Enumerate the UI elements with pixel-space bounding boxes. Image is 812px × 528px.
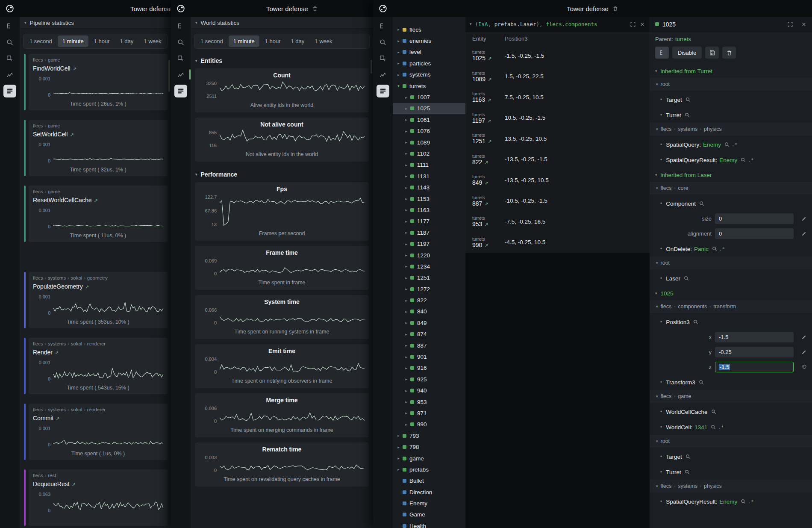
tree-item-enemies[interactable]: ▸enemies [393,35,465,46]
expand-chevron-icon[interactable]: ▸ [403,106,409,111]
system-name-link[interactable]: SetWorldCell↗ [33,131,163,139]
undo-icon[interactable] [801,364,807,370]
tree-item-1163[interactable]: ▸1163 [393,204,465,215]
component-item-SpatialQuery[interactable]: •SpatialQuery:Enemy.* [650,137,812,152]
expand-chevron-icon[interactable]: ▸ [403,208,409,212]
field-input-alignment[interactable]: 0 [715,228,794,239]
entity-id-link[interactable]: 1089↗ [472,76,505,83]
hierarchy-icon[interactable] [377,20,389,32]
component-group-header[interactable]: ▾root [650,78,812,91]
tree-item-level[interactable]: ▸level [393,47,465,58]
search-icon[interactable] [699,380,704,385]
entity-id-link[interactable]: 887↗ [472,200,505,207]
time-range-1-second[interactable]: 1 second [196,35,228,47]
expand-chevron-icon[interactable]: ▸ [395,445,402,449]
tree-item-1111[interactable]: ▸1111 [393,159,465,171]
expand-chevron-icon[interactable]: ▸ [395,467,402,472]
system-name-link[interactable]: Render↗ [33,349,163,357]
hierarchy-icon[interactable] [174,20,187,32]
entity-id-link[interactable]: 953↗ [472,221,505,227]
edit-icon[interactable] [801,216,807,221]
tree-item-990[interactable]: ▸990 [393,419,465,430]
query-result-row[interactable]: turrets1197↗10.5, -0.25, -1.5 [465,108,650,129]
chart-icon[interactable] [377,68,389,81]
query-expression[interactable]: (IsA, prefabs.Laser), flecs.components [475,21,627,27]
expand-chevron-icon[interactable]: ▸ [403,355,409,359]
time-range-1-second[interactable]: 1 second [25,35,57,47]
component-group-header[interactable]: ▾flecs›core [650,182,812,195]
search-icon[interactable] [693,319,698,324]
time-range-1-hour[interactable]: 1 hour [89,35,115,47]
section-header-entities[interactable]: ▾Entities [191,53,373,68]
search-icon[interactable] [741,499,746,504]
tree-item-793[interactable]: ▸793 [393,430,465,441]
search-icon[interactable] [712,246,717,251]
search-icon[interactable] [685,454,691,459]
section-header-performance[interactable]: ▾Performance [191,167,373,182]
component-item-Turret[interactable]: •Turret [650,464,812,480]
expand-chevron-icon[interactable]: ▸ [395,434,402,438]
chart-icon[interactable] [174,68,187,81]
disable-button[interactable]: Disable [672,47,702,59]
tree-item-1187[interactable]: ▸1187 [393,227,465,238]
expand-chevron-icon[interactable]: ▸ [403,242,409,246]
time-range-1-day[interactable]: 1 day [115,35,138,47]
entity-id-link[interactable]: 990↗ [472,242,505,248]
search-icon[interactable] [699,201,704,206]
component-item-SpatialQueryResult[interactable]: •SpatialQueryResult:Enemy.* [650,152,812,168]
expand-chevron-icon[interactable]: ▸ [403,186,409,190]
query-result-row[interactable]: turrets1163↗7.5, -0.25, 10.5 [465,87,650,108]
component-group-header[interactable]: ▾flecs›components›transform [650,300,812,313]
system-name-link[interactable]: PopulateGeometry↗ [33,283,163,291]
expand-chevron-icon[interactable]: ▸ [395,61,402,65]
tree-item-game[interactable]: ▸game [393,453,465,464]
expand-chevron-icon[interactable]: ▸ [403,411,409,415]
tree-item-prefabs[interactable]: ▸prefabs [393,464,465,475]
expand-chevron-icon[interactable]: ▸ [403,310,409,314]
search-icon[interactable] [684,276,689,281]
component-item-SpatialQueryResult[interactable]: •SpatialQueryResult:Enemy.* [650,494,812,509]
trash-icon[interactable] [312,6,318,12]
tree-item-1251[interactable]: ▸1251 [393,272,465,283]
tree-item-Direction[interactable]: Direction [393,487,465,498]
tree-item-1220[interactable]: ▸1220 [393,250,465,261]
field-input-y[interactable]: -0.25 [715,347,794,357]
expand-chevron-icon[interactable]: ▸ [403,343,409,348]
component-group-header[interactable]: ▾flecs›game [650,390,812,403]
tree-item-840[interactable]: ▸840 [393,306,465,317]
component-item-OnDelete[interactable]: •OnDelete:Panic.* [650,241,812,257]
scrollbar-thumb[interactable] [371,60,372,74]
component-view-button[interactable] [655,47,669,59]
tree-item-940[interactable]: ▸940 [393,385,465,396]
expand-chevron-icon[interactable]: ▸ [403,332,409,336]
search-icon[interactable] [685,97,691,102]
expand-chevron-icon[interactable]: ▸ [395,50,402,54]
component-group-header[interactable]: ▾root [650,257,812,269]
component-value-link[interactable]: Enemy [719,157,737,163]
time-range-1-hour[interactable]: 1 hour [260,35,285,47]
tree-item-1234[interactable]: ▸1234 [393,261,465,272]
tree-item-1272[interactable]: ▸1272 [393,283,465,295]
expand-chevron-icon[interactable]: ▸ [403,174,409,178]
search-icon[interactable] [711,425,716,430]
expand-chevron-icon[interactable]: ▸ [403,264,409,268]
query-result-row[interactable]: turrets822↗-13.5, -0.25, -1.5 [465,149,650,170]
expand-chevron-icon[interactable]: ▸ [403,400,409,404]
close-icon[interactable] [801,21,807,27]
search-icon[interactable] [174,36,187,49]
edit-icon[interactable] [801,231,807,236]
tree-item-Health[interactable]: Health [393,520,465,528]
tree-item-1025[interactable]: ▸1025 [393,103,465,114]
close-icon[interactable] [639,21,645,27]
tree-item-particles[interactable]: ▸particles [393,58,465,69]
inspector-section-title[interactable]: ▾inherited from Turret [650,64,812,78]
time-range-1-minute[interactable]: 1 minute [229,35,259,47]
component-value-link[interactable]: Enemy [703,142,721,148]
tree-item-turrets[interactable]: ▾turrets [393,80,465,91]
pipeline-statistics-header[interactable]: ▾ Pipeline statistics [20,17,171,29]
query-result-row[interactable]: turrets990↗-4.5, -0.25, 10.5 [465,232,650,253]
chart-icon[interactable] [3,68,16,81]
fullscreen-icon[interactable] [787,21,793,27]
tree-item-systems[interactable]: ▸systems [393,69,465,80]
component-value-link[interactable]: 1341 [694,424,707,431]
